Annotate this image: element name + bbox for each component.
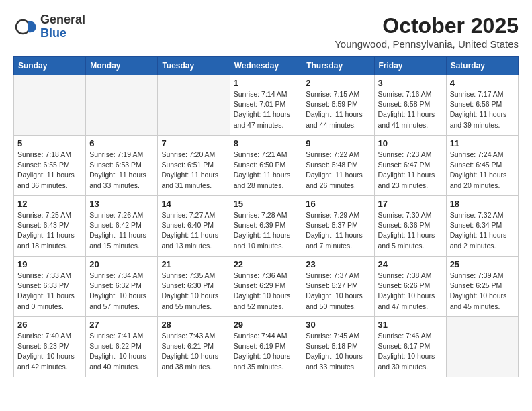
calendar-header-tuesday: Tuesday [158,57,230,75]
day-number: 22 [234,259,299,269]
page-header: General Blue October 2025 Youngwood, Pen… [13,13,519,50]
day-info: Sunrise: 7:32 AM Sunset: 6:34 PM Dayligh… [450,210,515,251]
calendar-week-row: 19Sunrise: 7:33 AM Sunset: 6:33 PM Dayli… [14,257,519,317]
calendar-day-cell: 20Sunrise: 7:34 AM Sunset: 6:32 PM Dayli… [86,257,158,317]
calendar-day-cell [86,75,158,136]
calendar-day-cell: 16Sunrise: 7:29 AM Sunset: 6:37 PM Dayli… [302,196,374,257]
calendar-day-cell [158,75,230,136]
day-number: 9 [306,138,370,148]
calendar-day-cell: 13Sunrise: 7:26 AM Sunset: 6:42 PM Dayli… [86,196,158,257]
day-info: Sunrise: 7:46 AM Sunset: 6:17 PM Dayligh… [378,331,443,372]
day-info: Sunrise: 7:43 AM Sunset: 6:21 PM Dayligh… [161,331,226,372]
day-number: 16 [306,199,370,209]
day-info: Sunrise: 7:37 AM Sunset: 6:27 PM Dayligh… [306,271,370,312]
calendar-day-cell: 14Sunrise: 7:27 AM Sunset: 6:40 PM Dayli… [158,196,230,257]
logo-text: General Blue [40,13,85,40]
day-info: Sunrise: 7:36 AM Sunset: 6:29 PM Dayligh… [234,271,299,312]
day-info: Sunrise: 7:44 AM Sunset: 6:19 PM Dayligh… [234,331,299,372]
day-info: Sunrise: 7:40 AM Sunset: 6:23 PM Dayligh… [17,331,82,372]
day-info: Sunrise: 7:18 AM Sunset: 6:55 PM Dayligh… [17,150,82,191]
calendar-week-row: 26Sunrise: 7:40 AM Sunset: 6:23 PM Dayli… [14,317,519,377]
logo-icon [13,15,38,39]
day-info: Sunrise: 7:45 AM Sunset: 6:18 PM Dayligh… [306,331,370,372]
svg-point-0 [16,20,30,34]
logo-general-label: General [40,13,85,27]
calendar-header-saturday: Saturday [446,57,518,75]
calendar-header-monday: Monday [86,57,158,75]
logo: General Blue [13,13,85,40]
month-title: October 2025 [335,13,519,38]
calendar-day-cell: 7Sunrise: 7:20 AM Sunset: 6:51 PM Daylig… [158,136,230,196]
day-number: 23 [306,259,370,269]
day-number: 19 [17,259,82,269]
day-info: Sunrise: 7:23 AM Sunset: 6:47 PM Dayligh… [378,150,443,191]
day-info: Sunrise: 7:25 AM Sunset: 6:43 PM Dayligh… [17,210,82,251]
calendar-day-cell: 9Sunrise: 7:22 AM Sunset: 6:48 PM Daylig… [302,136,374,196]
day-number: 3 [378,78,443,88]
day-number: 10 [378,138,443,148]
day-info: Sunrise: 7:14 AM Sunset: 7:01 PM Dayligh… [234,89,299,130]
calendar-day-cell: 10Sunrise: 7:23 AM Sunset: 6:47 PM Dayli… [374,136,446,196]
calendar-table: SundayMondayTuesdayWednesdayThursdayFrid… [13,56,519,377]
location-title: Youngwood, Pennsylvania, United States [335,38,519,50]
calendar-day-cell: 22Sunrise: 7:36 AM Sunset: 6:29 PM Dayli… [230,257,302,317]
day-info: Sunrise: 7:17 AM Sunset: 6:56 PM Dayligh… [450,89,515,130]
day-info: Sunrise: 7:29 AM Sunset: 6:37 PM Dayligh… [306,210,370,251]
day-number: 29 [234,320,299,330]
day-number: 5 [17,138,82,148]
calendar-day-cell [446,317,518,377]
day-info: Sunrise: 7:16 AM Sunset: 6:58 PM Dayligh… [378,89,443,130]
calendar-day-cell: 18Sunrise: 7:32 AM Sunset: 6:34 PM Dayli… [446,196,518,257]
day-info: Sunrise: 7:41 AM Sunset: 6:22 PM Dayligh… [89,331,154,372]
day-number: 17 [378,199,443,209]
calendar-day-cell: 21Sunrise: 7:35 AM Sunset: 6:30 PM Dayli… [158,257,230,317]
day-number: 14 [161,199,226,209]
calendar-day-cell: 5Sunrise: 7:18 AM Sunset: 6:55 PM Daylig… [14,136,86,196]
calendar-day-cell: 11Sunrise: 7:24 AM Sunset: 6:45 PM Dayli… [446,136,518,196]
day-number: 1 [234,78,299,88]
calendar-header-row: SundayMondayTuesdayWednesdayThursdayFrid… [14,57,519,75]
calendar-day-cell [14,75,86,136]
day-info: Sunrise: 7:21 AM Sunset: 6:50 PM Dayligh… [234,150,299,191]
calendar-header-friday: Friday [374,57,446,75]
day-number: 11 [450,138,515,148]
calendar-day-cell: 26Sunrise: 7:40 AM Sunset: 6:23 PM Dayli… [14,317,86,377]
day-info: Sunrise: 7:15 AM Sunset: 6:59 PM Dayligh… [306,89,370,130]
day-number: 26 [17,320,82,330]
calendar-day-cell: 17Sunrise: 7:30 AM Sunset: 6:36 PM Dayli… [374,196,446,257]
title-block: October 2025 Youngwood, Pennsylvania, Un… [335,13,519,50]
calendar-header-sunday: Sunday [14,57,86,75]
day-info: Sunrise: 7:24 AM Sunset: 6:45 PM Dayligh… [450,150,515,191]
day-number: 20 [89,259,154,269]
day-info: Sunrise: 7:38 AM Sunset: 6:26 PM Dayligh… [378,271,443,312]
logo-blue-label: Blue [40,27,85,40]
calendar-day-cell: 30Sunrise: 7:45 AM Sunset: 6:18 PM Dayli… [302,317,374,377]
day-number: 27 [89,320,154,330]
calendar-day-cell: 24Sunrise: 7:38 AM Sunset: 6:26 PM Dayli… [374,257,446,317]
calendar-day-cell: 25Sunrise: 7:39 AM Sunset: 6:25 PM Dayli… [446,257,518,317]
day-number: 12 [17,199,82,209]
calendar-header-wednesday: Wednesday [230,57,302,75]
calendar-day-cell: 8Sunrise: 7:21 AM Sunset: 6:50 PM Daylig… [230,136,302,196]
calendar-day-cell: 31Sunrise: 7:46 AM Sunset: 6:17 PM Dayli… [374,317,446,377]
day-info: Sunrise: 7:28 AM Sunset: 6:39 PM Dayligh… [234,210,299,251]
day-info: Sunrise: 7:26 AM Sunset: 6:42 PM Dayligh… [89,210,154,251]
day-info: Sunrise: 7:27 AM Sunset: 6:40 PM Dayligh… [161,210,226,251]
calendar-header-thursday: Thursday [302,57,374,75]
day-number: 13 [89,199,154,209]
calendar-day-cell: 15Sunrise: 7:28 AM Sunset: 6:39 PM Dayli… [230,196,302,257]
day-info: Sunrise: 7:19 AM Sunset: 6:53 PM Dayligh… [89,150,154,191]
day-info: Sunrise: 7:34 AM Sunset: 6:32 PM Dayligh… [89,271,154,312]
day-number: 4 [450,78,515,88]
day-number: 24 [378,259,443,269]
calendar-day-cell: 28Sunrise: 7:43 AM Sunset: 6:21 PM Dayli… [158,317,230,377]
calendar-day-cell: 12Sunrise: 7:25 AM Sunset: 6:43 PM Dayli… [14,196,86,257]
day-info: Sunrise: 7:39 AM Sunset: 6:25 PM Dayligh… [450,271,515,312]
calendar-day-cell: 2Sunrise: 7:15 AM Sunset: 6:59 PM Daylig… [302,75,374,136]
day-info: Sunrise: 7:33 AM Sunset: 6:33 PM Dayligh… [17,271,82,312]
calendar-day-cell: 6Sunrise: 7:19 AM Sunset: 6:53 PM Daylig… [86,136,158,196]
day-number: 31 [378,320,443,330]
calendar-day-cell: 19Sunrise: 7:33 AM Sunset: 6:33 PM Dayli… [14,257,86,317]
day-number: 7 [161,138,226,148]
day-number: 8 [234,138,299,148]
